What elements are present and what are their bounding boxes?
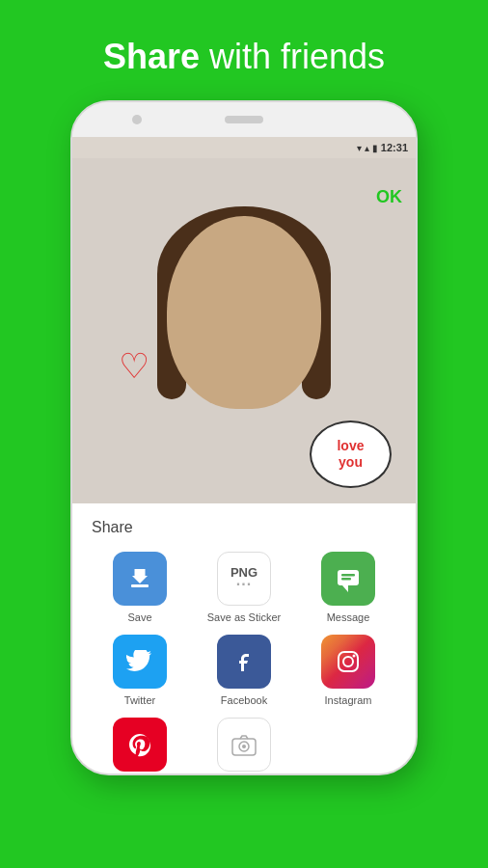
ok-button[interactable]: OK <box>376 187 402 207</box>
headline-bold: Share <box>103 37 200 76</box>
face-oval <box>167 216 321 409</box>
headline-rest: with friends <box>200 37 385 76</box>
share-item-save[interactable]: Save <box>92 552 188 623</box>
share-panel: Share Save PNG ··· <box>72 503 416 773</box>
status-bar: ▾ ▴ ▮ 12:31 <box>72 137 416 158</box>
phone-top <box>72 102 416 137</box>
battery-icon: ▮ <box>372 143 378 153</box>
share-item-facebook[interactable]: Facebook <box>196 635 292 706</box>
phone-camera <box>132 115 142 124</box>
svg-rect-2 <box>341 574 355 577</box>
facebook-icon <box>217 635 271 689</box>
sticker-label: Save as Sticker <box>207 611 281 623</box>
pinterest-icon <box>113 718 167 772</box>
save-icon <box>113 552 167 606</box>
love-text: love you <box>337 438 364 471</box>
heart-sticker: ♡ <box>119 346 149 387</box>
wifi-icon: ▾ <box>357 143 362 153</box>
face-illustration <box>148 206 340 476</box>
share-grid: Save PNG ··· Save as Sticker <box>92 552 396 773</box>
instagram-label: Instagram <box>325 694 372 706</box>
headline: Share with friends <box>0 0 488 100</box>
headline-text: Share with friends <box>103 37 385 76</box>
share-item-instagram[interactable]: Instagram <box>300 635 396 706</box>
png-icon: PNG ··· <box>217 552 271 606</box>
save-label: Save <box>127 611 151 623</box>
camera-icon <box>217 718 271 772</box>
svg-point-6 <box>353 655 356 658</box>
love-bubble: love you <box>310 420 392 488</box>
share-item-sticker[interactable]: PNG ··· Save as Sticker <box>196 552 292 623</box>
photo-area: OK ♡ love you <box>72 158 416 505</box>
facebook-label: Facebook <box>221 694 267 706</box>
status-time: 12:31 <box>381 142 408 153</box>
status-icons: ▾ ▴ ▮ 12:31 <box>357 142 408 153</box>
svg-point-5 <box>343 657 353 666</box>
signal-icon: ▴ <box>365 143 369 153</box>
instagram-icon <box>321 635 375 689</box>
phone-screen: ▾ ▴ ▮ 12:31 OK ♡ love yo <box>72 137 416 773</box>
share-title: Share <box>92 519 396 536</box>
message-icon <box>321 552 375 606</box>
svg-point-9 <box>242 745 246 748</box>
phone-speaker <box>225 116 263 123</box>
share-item-twitter[interactable]: Twitter <box>92 635 188 706</box>
share-item-pinterest[interactable]: Pinterest <box>92 718 188 773</box>
twitter-label: Twitter <box>124 694 155 706</box>
svg-rect-3 <box>341 578 351 581</box>
share-item-message[interactable]: Message <box>300 552 396 623</box>
twitter-icon <box>113 635 167 689</box>
svg-rect-0 <box>131 584 149 587</box>
message-label: Message <box>327 611 370 623</box>
share-item-camera[interactable]: Camera <box>196 718 292 773</box>
phone-shell: ▾ ▴ ▮ 12:31 OK ♡ love yo <box>70 100 418 775</box>
